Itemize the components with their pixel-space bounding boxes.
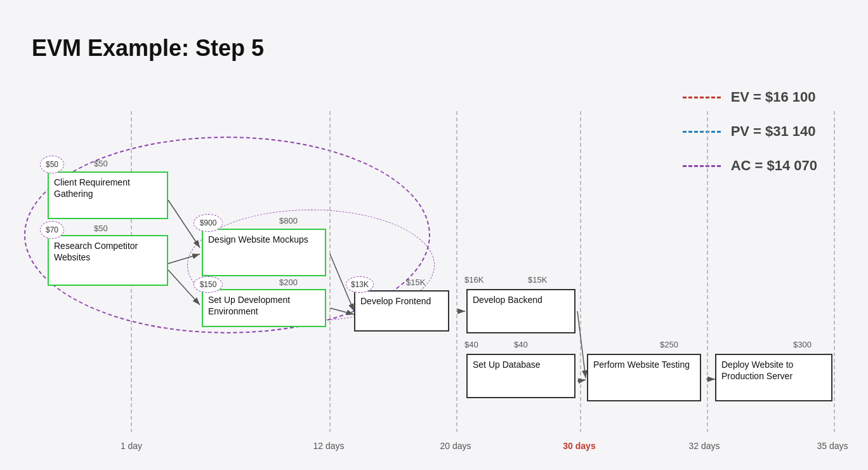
task-label-setup-dev: Set Up Development Environment bbox=[208, 295, 290, 316]
task-label-database: Set Up Database bbox=[473, 359, 541, 370]
ev-client-req: $50 bbox=[94, 159, 108, 168]
pv-testing: $250 bbox=[660, 340, 678, 349]
day-label-30: 30 days bbox=[544, 441, 614, 451]
svg-line-13 bbox=[577, 311, 586, 378]
circle-pv-setup-dev: $150 bbox=[194, 276, 223, 293]
task-label-backend: Develop Backend bbox=[473, 295, 542, 305]
day-label-32: 32 days bbox=[673, 441, 736, 451]
circle-pv-design: $900 bbox=[194, 214, 223, 232]
page: EVM Example: Step 5 EV = $16 100 PV = $3… bbox=[0, 0, 868, 470]
ev-design: $800 bbox=[279, 216, 298, 225]
circle-pv-client-req: $50 bbox=[40, 156, 64, 173]
task-label-client-req: Client Requirement Gathering bbox=[54, 177, 130, 199]
ev-backend: $15K bbox=[528, 275, 547, 285]
task-label-design-mockups: Design Website Mockups bbox=[208, 234, 308, 245]
task-box-testing: Perform Website Testing bbox=[587, 354, 701, 401]
task-box-research: Research Competitor Websites bbox=[48, 235, 168, 286]
ev-research: $50 bbox=[94, 224, 108, 233]
circle-pv-frontend: $13K bbox=[346, 276, 374, 293]
task-box-setup-dev: Set Up Development Environment bbox=[202, 289, 326, 327]
day-label-1: 1 day bbox=[106, 441, 157, 451]
task-box-client-req: Client Requirement Gathering bbox=[48, 171, 168, 219]
task-label-testing: Perform Website Testing bbox=[593, 359, 690, 370]
task-box-backend: Develop Backend bbox=[466, 289, 575, 333]
task-box-deploy: Deploy Website to Production Server bbox=[715, 354, 832, 401]
task-box-design-mockups: Design Website Mockups bbox=[202, 229, 326, 276]
task-box-frontend: Develop Frontend bbox=[354, 290, 449, 332]
day-label-35: 35 days bbox=[801, 441, 864, 451]
svg-line-8 bbox=[168, 254, 200, 264]
day-label-20: 20 days bbox=[424, 441, 487, 451]
pv-backend: $16K bbox=[464, 275, 483, 285]
pv-deploy: $300 bbox=[793, 340, 812, 349]
day-label-12: 12 days bbox=[297, 441, 360, 451]
circle-pv-research: $70 bbox=[40, 221, 64, 239]
task-label-frontend: Develop Frontend bbox=[360, 296, 431, 306]
ev-database: $40 bbox=[514, 340, 528, 349]
task-box-database: Set Up Database bbox=[466, 354, 575, 398]
svg-line-14 bbox=[577, 380, 586, 381]
pv-database: $40 bbox=[464, 340, 478, 349]
ev-frontend: $15K bbox=[406, 278, 425, 287]
svg-line-11 bbox=[330, 308, 354, 314]
task-label-deploy: Deploy Website to Production Server bbox=[721, 359, 793, 381]
ev-setup-dev: $200 bbox=[279, 278, 298, 287]
task-label-research: Research Competitor Websites bbox=[54, 241, 138, 262]
